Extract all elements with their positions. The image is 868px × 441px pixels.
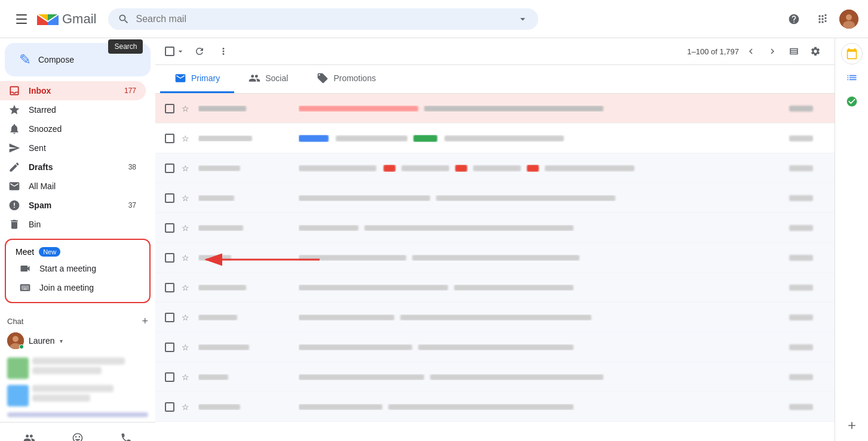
apps-button[interactable] — [811, 7, 835, 31]
drafts-icon — [7, 160, 22, 174]
chat-user-dropdown-icon[interactable]: ▾ — [60, 338, 63, 344]
row-sender — [198, 255, 294, 261]
avatar[interactable] — [839, 10, 858, 29]
table-row[interactable]: ☆ — [155, 362, 835, 392]
tasks-panel-icon[interactable] — [841, 67, 863, 88]
chat-add-button[interactable]: + — [142, 315, 148, 328]
table-row[interactable]: ☆ — [155, 124, 835, 153]
calendar-panel-icon[interactable] — [841, 43, 863, 64]
row-content — [299, 285, 784, 291]
search-input[interactable] — [136, 14, 511, 24]
content-area: 1–100 of 1,797 Primary — [155, 38, 835, 441]
row-star-icon[interactable]: ☆ — [182, 193, 194, 203]
table-row[interactable]: ☆ — [155, 213, 835, 243]
people-bottom-icon[interactable] — [19, 427, 40, 441]
settings-button[interactable] — [806, 42, 825, 61]
hamburger-icon — [16, 14, 27, 24]
done-panel-icon[interactable] — [841, 91, 863, 112]
sidebar-item-drafts[interactable]: Drafts 38 — [0, 158, 146, 177]
sidebar-item-join-meeting[interactable]: Join a meeting — [11, 278, 145, 297]
row-content — [299, 255, 784, 261]
search-input-wrap[interactable] — [108, 8, 538, 30]
row-star-icon[interactable]: ☆ — [182, 223, 194, 233]
row-checkbox[interactable] — [165, 372, 177, 382]
row-star-icon[interactable]: ☆ — [182, 164, 194, 173]
row-checkbox[interactable] — [165, 402, 177, 412]
drafts-badge: 38 — [128, 163, 136, 171]
sidebar-item-inbox[interactable]: Inbox 177 — [0, 81, 146, 100]
row-checkbox[interactable] — [165, 223, 177, 233]
search-dropdown-icon[interactable] — [517, 13, 529, 25]
chat-user-lauren[interactable]: Lauren ▾ — [7, 330, 148, 351]
row-checkbox[interactable] — [165, 134, 177, 143]
svg-point-4 — [846, 14, 852, 20]
primary-tab-icon — [174, 72, 186, 84]
all-mail-label: All Mail — [29, 181, 136, 191]
table-row[interactable]: ☆ — [155, 243, 835, 273]
row-checkbox[interactable] — [165, 283, 177, 292]
help-button[interactable] — [782, 7, 806, 31]
row-star-icon[interactable]: ☆ — [182, 253, 194, 263]
sidebar-item-all-mail[interactable]: All Mail — [0, 177, 146, 196]
view-options-button[interactable] — [784, 42, 803, 61]
row-star-icon[interactable]: ☆ — [182, 372, 194, 382]
table-row[interactable]: ☆ — [155, 183, 835, 213]
emoji-bottom-icon[interactable] — [67, 427, 88, 441]
row-star-icon[interactable]: ☆ — [182, 343, 194, 352]
checkbox-dropdown-icon[interactable] — [176, 47, 185, 56]
sidebar-item-bin[interactable]: Bin — [0, 215, 146, 234]
row-star-icon[interactable]: ☆ — [182, 283, 194, 292]
table-row[interactable]: ☆ — [155, 392, 835, 422]
sent-label: Sent — [29, 143, 136, 153]
row-sender — [198, 165, 294, 171]
row-checkbox[interactable] — [165, 343, 177, 352]
table-row[interactable]: ☆ — [155, 332, 835, 362]
tabs-row: Primary Social Promotions — [155, 65, 835, 94]
select-all-checkbox[interactable] — [165, 47, 185, 56]
row-checkbox[interactable] — [165, 193, 177, 203]
row-content — [299, 106, 784, 112]
sent-icon — [7, 141, 22, 155]
row-checkbox[interactable] — [165, 104, 177, 113]
row-star-icon[interactable]: ☆ — [182, 313, 194, 322]
row-checkbox[interactable] — [165, 164, 177, 173]
table-row[interactable]: ☆ — [155, 94, 835, 124]
row-checkbox[interactable] — [165, 313, 177, 322]
check-circle-icon — [846, 95, 858, 107]
tab-social[interactable]: Social — [234, 65, 302, 93]
add-panel-icon[interactable] — [841, 415, 863, 436]
table-row[interactable]: ☆ — [155, 303, 835, 332]
table-row[interactable]: ☆ — [155, 273, 835, 303]
sidebar-item-sent[interactable]: Sent — [0, 138, 146, 158]
sidebar-item-spam[interactable]: Spam 37 — [0, 196, 146, 215]
menu-button[interactable] — [10, 7, 33, 31]
row-checkbox[interactable] — [165, 253, 177, 263]
promotions-tab-label: Promotions — [333, 73, 376, 83]
tab-promotions[interactable]: Promotions — [302, 65, 390, 93]
row-date — [789, 314, 825, 320]
table-row[interactable]: ☆ — [155, 153, 835, 183]
prev-page-button[interactable] — [741, 42, 760, 61]
chat-section: Chat + Lauren ▾ — [0, 308, 155, 422]
social-tab-icon — [249, 72, 260, 84]
checkbox-square[interactable] — [165, 47, 174, 56]
row-sender — [198, 344, 294, 350]
bin-icon — [7, 217, 22, 232]
search-bar: Search — [108, 8, 538, 30]
row-star-icon[interactable]: ☆ — [182, 134, 194, 143]
more-options-button[interactable] — [214, 42, 233, 61]
sidebar: ✎ Compose Inbox 177 Starred Snoozed — [0, 38, 155, 441]
row-content — [299, 314, 784, 320]
topbar-right — [782, 7, 858, 31]
row-star-icon[interactable]: ☆ — [182, 402, 194, 412]
refresh-button[interactable] — [190, 42, 209, 61]
phone-bottom-icon[interactable] — [115, 427, 137, 441]
sidebar-item-start-meeting[interactable]: Start a meeting — [11, 259, 145, 278]
next-page-button[interactable] — [763, 42, 782, 61]
row-star-icon[interactable]: ☆ — [182, 104, 194, 113]
sidebar-item-starred[interactable]: Starred — [0, 100, 146, 119]
row-date — [789, 344, 825, 350]
tab-primary[interactable]: Primary — [160, 65, 234, 93]
promotions-tab-icon — [317, 72, 329, 84]
sidebar-item-snoozed[interactable]: Snoozed — [0, 119, 146, 138]
